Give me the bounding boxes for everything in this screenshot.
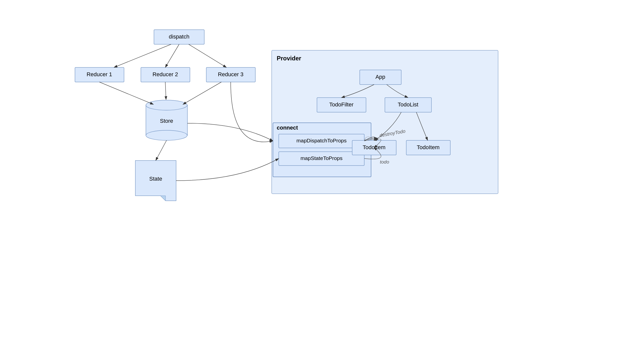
svg-text:mapDispatchToProps: mapDispatchToProps: [296, 138, 347, 143]
svg-line-34: [183, 82, 221, 104]
svg-line-30: [165, 44, 179, 67]
svg-text:TodoList: TodoList: [398, 101, 418, 108]
svg-line-35: [156, 140, 167, 161]
svg-text:mapStateToProps: mapStateToProps: [301, 155, 343, 161]
svg-line-33: [165, 82, 166, 100]
svg-line-31: [189, 44, 226, 67]
svg-text:State: State: [149, 176, 162, 182]
svg-text:dispatch: dispatch: [169, 33, 189, 40]
svg-line-29: [114, 44, 171, 67]
svg-point-11: [146, 100, 187, 110]
provider-label: Provider: [277, 55, 301, 62]
svg-text:Reducer 2: Reducer 2: [152, 71, 178, 77]
connect-label: connect: [277, 125, 298, 131]
svg-line-32: [99, 82, 153, 104]
svg-text:Reducer 1: Reducer 1: [87, 71, 112, 77]
svg-text:TodoItem: TodoItem: [417, 144, 440, 150]
svg-text:TodoItem: TodoItem: [363, 144, 386, 150]
diagram-svg: Provider connect dispatch Reducer 1 Redu…: [0, 0, 644, 358]
svg-text:TodoFilter: TodoFilter: [329, 101, 354, 108]
svg-text:Store: Store: [160, 118, 173, 124]
svg-text:Reducer 3: Reducer 3: [218, 71, 244, 77]
svg-text:todo: todo: [380, 159, 389, 165]
diagram-container: Provider connect dispatch Reducer 1 Redu…: [0, 0, 644, 358]
svg-point-12: [146, 130, 187, 140]
svg-text:App: App: [375, 74, 385, 80]
